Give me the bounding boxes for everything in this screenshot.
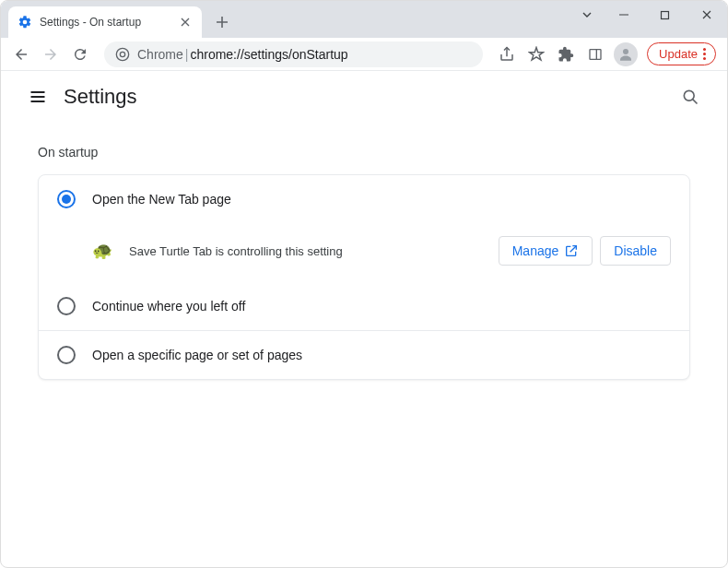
svg-rect-3 (590, 49, 601, 59)
svg-line-7 (693, 100, 698, 104)
open-external-icon (564, 243, 579, 258)
svg-point-1 (116, 48, 128, 60)
side-panel-icon[interactable] (582, 41, 608, 67)
svg-rect-0 (662, 11, 669, 18)
minimize-button[interactable] (603, 1, 644, 29)
menu-dots-icon (703, 48, 706, 60)
chevron-down-icon[interactable] (571, 1, 603, 29)
extension-notice-text: Save Turtle Tab is controlling this sett… (129, 244, 482, 258)
close-window-button[interactable] (686, 1, 727, 29)
maximize-button[interactable] (644, 1, 686, 29)
disable-label: Disable (614, 243, 657, 258)
option-new-tab[interactable]: Open the New Tab page (39, 175, 689, 223)
settings-header: Settings (1, 71, 727, 123)
radio-unselected[interactable] (57, 346, 76, 364)
option-label: Continue where you left off (92, 299, 245, 314)
option-continue[interactable]: Continue where you left off (39, 282, 689, 330)
browser-tab[interactable]: Settings - On startup (8, 6, 202, 38)
titlebar: Settings - On startup (1, 1, 727, 38)
settings-content: On startup Open the New Tab page 🐢 Save … (1, 123, 727, 402)
toolbar: Chrome|chrome://settings/onStartup Updat… (1, 38, 727, 71)
turtle-icon: 🐢 (92, 241, 112, 261)
page-title: Settings (64, 85, 137, 109)
profile-avatar[interactable] (614, 42, 638, 66)
disable-button[interactable]: Disable (600, 236, 671, 266)
share-icon[interactable] (494, 41, 520, 67)
update-label: Update (659, 47, 698, 61)
chrome-icon (115, 47, 130, 62)
radio-selected[interactable] (57, 190, 76, 208)
svg-point-6 (684, 90, 694, 101)
option-specific-pages[interactable]: Open a specific page or set of pages (39, 330, 689, 379)
address-bar[interactable]: Chrome|chrome://settings/onStartup (104, 41, 483, 67)
tab-title: Settings - On startup (40, 16, 170, 29)
back-button[interactable] (8, 41, 34, 67)
new-tab-button[interactable] (209, 9, 235, 35)
url-prefix: Chrome|chrome://settings/onStartup (137, 46, 348, 63)
section-title: On startup (38, 145, 690, 160)
manage-label: Manage (512, 243, 559, 258)
startup-options-card: Open the New Tab page 🐢 Save Turtle Tab … (38, 174, 690, 380)
option-label: Open a specific page or set of pages (92, 348, 302, 362)
bookmark-icon[interactable] (523, 41, 549, 67)
forward-button[interactable] (38, 41, 64, 67)
window-controls (571, 1, 727, 38)
search-button[interactable] (672, 78, 709, 115)
svg-point-5 (623, 49, 628, 54)
radio-unselected[interactable] (57, 297, 76, 315)
option-label: Open the New Tab page (92, 192, 231, 207)
menu-button[interactable] (19, 78, 56, 115)
update-button[interactable]: Update (647, 42, 716, 65)
manage-button[interactable]: Manage (499, 236, 593, 266)
gear-icon (18, 15, 32, 30)
svg-point-2 (120, 52, 124, 56)
extensions-icon[interactable] (553, 41, 579, 67)
close-icon[interactable] (178, 15, 193, 30)
extension-notice-row: 🐢 Save Turtle Tab is controlling this se… (39, 223, 689, 282)
reload-button[interactable] (67, 41, 93, 67)
